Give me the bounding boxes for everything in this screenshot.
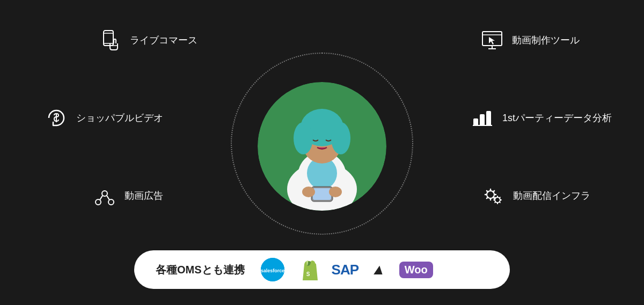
svg-rect-22	[474, 119, 478, 125]
dollar-refresh-icon	[43, 105, 70, 131]
mobile-hand-icon	[97, 27, 123, 54]
svg-point-7	[294, 122, 313, 154]
main-scene: ライブコマース	[0, 0, 644, 305]
svg-line-30	[107, 196, 109, 200]
video-tool-label: 動画制作ツール	[512, 34, 580, 47]
svg-point-11	[302, 187, 315, 197]
woo-logo: Woo	[399, 262, 433, 278]
sap-logo: SAP	[332, 262, 358, 278]
svg-text:S: S	[306, 271, 310, 277]
svg-point-28	[108, 199, 114, 205]
live-commerce-label: ライブコマース	[130, 34, 197, 47]
feature-infra: 動画配信インフラ	[480, 182, 590, 209]
center-person-circle	[258, 82, 386, 211]
svg-rect-10	[313, 188, 331, 200]
cursor-screen-icon	[479, 27, 506, 54]
svg-line-29	[100, 196, 103, 200]
bar-chart-icon	[469, 105, 496, 131]
svg-text:salesforce: salesforce	[261, 268, 284, 273]
shoppable-label: ショッパブルビデオ	[76, 111, 163, 124]
network-icon	[91, 182, 118, 209]
svg-point-12	[329, 187, 342, 197]
video-ad-label: 動画広告	[125, 189, 163, 202]
woo-text: Woo	[405, 264, 428, 276]
shopify-logo: S	[297, 258, 319, 281]
svg-point-26	[102, 191, 107, 196]
feature-live-commerce: ライブコマース	[97, 27, 197, 54]
svg-rect-17	[482, 32, 502, 46]
feature-video-ad: 動画広告	[91, 182, 163, 209]
gear-icon	[480, 182, 507, 209]
bold-logo: ▲	[370, 261, 387, 278]
svg-rect-23	[480, 115, 484, 125]
feature-data-analysis: 1stパーティーデータ分析	[469, 105, 612, 131]
oms-logos: salesforce S SAP ▲ Woo	[261, 258, 433, 281]
svg-point-27	[96, 199, 101, 205]
feature-video-tool: 動画制作ツール	[479, 27, 580, 54]
svg-point-8	[331, 122, 350, 154]
salesforce-logo: salesforce	[261, 258, 284, 281]
svg-rect-24	[487, 111, 491, 125]
feature-shoppable-video: ショッパブルビデオ	[43, 105, 163, 131]
data-analysis-label: 1stパーティーデータ分析	[502, 111, 612, 124]
oms-text: 各種OMSとも連携	[156, 263, 245, 277]
oms-bar: 各種OMSとも連携 salesforce S SAP	[134, 250, 510, 289]
infra-label: 動画配信インフラ	[513, 189, 590, 202]
